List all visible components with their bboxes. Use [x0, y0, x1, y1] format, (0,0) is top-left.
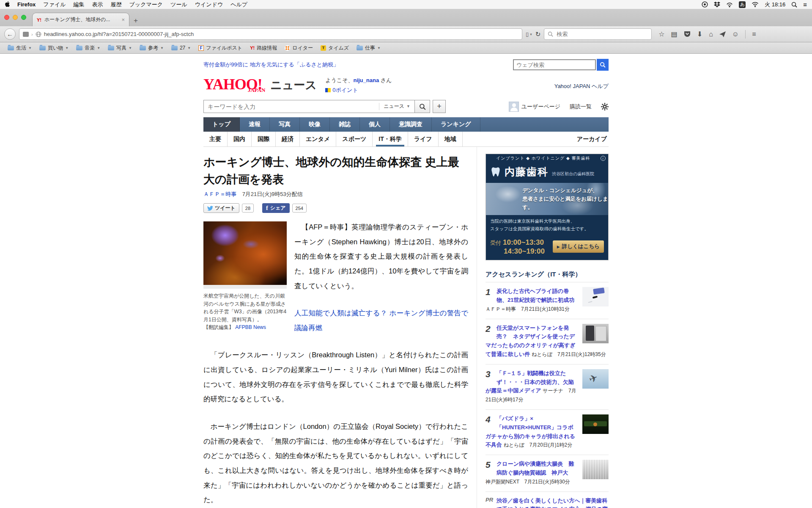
promo-banner-link[interactable]: 寄付金額が99倍に 地方を元気にする「ふるさと納税」 — [203, 61, 339, 69]
tweet-count[interactable]: 28 — [242, 204, 254, 213]
bookmark-folder-27[interactable]: 27▼ — [168, 42, 194, 53]
ranking-link[interactable]: クローン病や潰瘍性大腸炎 難病防ぐ腸内物質確認 神戸大 — [497, 461, 574, 476]
nav-tab-ranking[interactable]: ランキング — [432, 117, 480, 132]
bookmark-star-icon[interactable]: ☆ — [658, 31, 664, 38]
menubar-clock[interactable]: 火 18:16 — [765, 1, 785, 8]
nav-tab-poll[interactable]: 意識調査 — [390, 117, 432, 132]
subnav-domestic[interactable]: 国内 — [228, 132, 252, 146]
subnav-sports[interactable]: スポーツ — [336, 132, 373, 146]
bookmark-times[interactable]: Tタイムズ — [317, 42, 352, 53]
chevron-down-icon[interactable]: ▾ — [530, 32, 532, 36]
hamburger-menu-icon[interactable]: ≡ — [752, 31, 756, 38]
subnav-life[interactable]: ライフ — [408, 132, 439, 146]
ime-input-icon[interactable]: あ — [739, 1, 746, 8]
window-close-button[interactable] — [4, 15, 9, 20]
spotlight-icon[interactable] — [791, 2, 797, 8]
ranking-item-3[interactable]: 3 ✈ 「Ｆ−１５」戦闘機は役立たず！・・・日本の技術力、欠陥が露呈＝中国メディ… — [486, 364, 609, 409]
bookmark-folder-work[interactable]: 仕事▼ — [353, 42, 384, 53]
airdrop-icon[interactable] — [726, 2, 733, 8]
article-thumbnail[interactable] — [582, 414, 609, 434]
article-thumbnail[interactable] — [582, 460, 609, 479]
menubar-item-edit[interactable]: 編集 — [70, 1, 88, 8]
facebook-share-button[interactable]: f シェア — [262, 203, 290, 213]
menubar-item-history[interactable]: 履歴 — [107, 1, 126, 8]
bookmark-filepost[interactable]: Fファイルポスト — [195, 42, 246, 53]
subnav-world[interactable]: 国際 — [252, 132, 276, 146]
url-bar[interactable]: › headlines.yahoo.co.jp/hl?a=20150721-00… — [19, 28, 522, 40]
tab-close-icon[interactable]: × — [121, 17, 125, 23]
home-icon[interactable]: ⌂ — [709, 31, 713, 38]
menubar-item-firefox[interactable]: Firefox — [14, 1, 39, 8]
ad-details-button[interactable]: ▶ 詳しくはこちら — [553, 240, 604, 253]
ranking-item-2[interactable]: 2 任天堂がスマートフォンを発売？ ネタデザインを使ったデマだったもののクオリテ… — [486, 319, 609, 364]
ranking-item-1[interactable]: 1 炭化した古代ヘブライ語の巻物、21世紀技術で解読に初成功 ＡＦＰ＝時事 7月… — [486, 282, 609, 318]
bookmark-folder-shopping[interactable]: 買い物▼ — [36, 42, 72, 53]
points-status[interactable]: 0ポイント — [325, 86, 392, 94]
article-thumbnail[interactable]: ✈ — [582, 369, 609, 389]
bookmark-folder-reference[interactable]: 参考▼ — [136, 42, 167, 53]
afpbb-news-link[interactable]: AFPBB News — [235, 324, 266, 330]
web-search-input[interactable] — [513, 59, 596, 70]
reader-mode-button[interactable]: ▯▾ — [526, 31, 532, 37]
nav-tab-photo[interactable]: 写真 — [270, 117, 300, 132]
news-search-button[interactable] — [415, 100, 430, 113]
nebula-image[interactable] — [203, 221, 287, 285]
subnav-economy[interactable]: 経済 — [276, 132, 300, 146]
user-page-link[interactable]: ユーザーページ — [509, 102, 560, 112]
menubar-item-window[interactable]: ウインドウ — [191, 1, 227, 8]
bookmark-reuters[interactable]: ロイター — [281, 42, 316, 53]
nav-tab-magazine[interactable]: 雑誌 — [330, 117, 360, 132]
window-minimize-button[interactable] — [13, 15, 18, 20]
username-link[interactable]: niju_nana — [353, 77, 379, 83]
web-search-button[interactable] — [597, 59, 609, 71]
browser-search-input[interactable] — [556, 30, 648, 38]
bookmark-folder-photo[interactable]: 写真▼ — [104, 42, 135, 53]
downloads-icon[interactable]: ⬇ — [697, 31, 702, 38]
nav-tab-top[interactable]: トップ — [203, 117, 240, 132]
article-source-link[interactable]: ＡＦＰ＝時事 — [203, 191, 236, 197]
ranking-item-5[interactable]: 5 クローン病や潰瘍性大腸炎 難病防ぐ腸内物質確認 神戸大 神戸新聞NEXT 7… — [486, 455, 609, 491]
pr-ad-link[interactable]: 渋谷／歯を白く美しくしたい方へ｜審美歯科で手に入れる素敵なスマイル安心、満足の審… — [497, 497, 609, 508]
bookmark-folder-life[interactable]: 生活▼ — [4, 42, 35, 53]
menubar-item-help[interactable]: ヘルプ — [227, 1, 251, 8]
menubar-item-file[interactable]: ファイル — [39, 1, 69, 8]
nav-tab-video[interactable]: 映像 — [300, 117, 330, 132]
yahoo-news-logo[interactable]: YAHOO! JAPAN ニュース — [203, 77, 317, 94]
apple-icon[interactable] — [5, 1, 11, 8]
dropbox-icon[interactable] — [714, 2, 720, 8]
bookmark-transit[interactable]: Y!路線情報 — [247, 42, 280, 53]
ranking-item-4[interactable]: 4 「パズドラ」×「HUNTER×HUNTER」コラボガチャから別のキャラが排出… — [486, 409, 609, 455]
new-tab-button[interactable]: + — [129, 15, 142, 26]
menubar-item-tools[interactable]: ツール — [167, 1, 191, 8]
article-thumbnail[interactable] — [582, 324, 609, 343]
pocket-icon[interactable] — [684, 31, 691, 37]
add-search-tab-button[interactable]: + — [433, 100, 446, 113]
reload-button[interactable]: ↻ — [535, 30, 541, 38]
subscriptions-link[interactable]: 購読一覧 — [570, 103, 592, 110]
url-text[interactable]: headlines.yahoo.co.jp/hl?a=20150721-0000… — [44, 31, 194, 37]
help-link[interactable]: Yahoo! JAPAN ヘルプ — [554, 83, 609, 90]
browser-tab[interactable]: Y! ホーキング博士、地球外の... × — [32, 13, 129, 26]
share-count[interactable]: 254 — [292, 204, 307, 213]
news-search-input[interactable] — [204, 103, 379, 110]
news-search-box[interactable]: ニュース▼ — [203, 100, 415, 113]
dental-ad[interactable]: インプラント ◆ ホワイトニング ◆ 審美歯科 i 内藤歯科 渋谷区初台の歯科医… — [486, 154, 609, 260]
nav-tab-personal[interactable]: 個人 — [360, 117, 390, 132]
tweet-button[interactable]: ツイート — [203, 203, 239, 213]
subnav-local[interactable]: 地域 — [439, 132, 463, 146]
search-scope-select[interactable]: ニュース▼ — [379, 103, 414, 110]
window-zoom-button[interactable] — [21, 15, 26, 20]
menubar-item-view[interactable]: 表示 — [88, 1, 107, 8]
pr-ad-item[interactable]: PR 渋谷／歯を白く美しくしたい方へ｜審美歯科で手に入れる素敵なスマイル安心、満… — [486, 491, 609, 508]
article-thumbnail[interactable] — [582, 287, 609, 306]
subnav-it-science[interactable]: IT・科学 — [373, 132, 408, 146]
settings-gear-icon[interactable] — [601, 103, 609, 110]
subnav-major[interactable]: 主要 — [203, 132, 228, 146]
feedback-smiley-icon[interactable]: ☺ — [732, 31, 739, 38]
archive-link[interactable]: アーカイブ — [577, 135, 609, 143]
wifi-icon[interactable] — [752, 2, 759, 7]
bookmarks-menu-icon[interactable]: ▤ — [671, 31, 678, 38]
browser-search-box[interactable] — [544, 28, 652, 40]
creative-cloud-icon[interactable] — [702, 1, 708, 8]
menubar-item-bookmarks[interactable]: ブックマーク — [126, 1, 167, 8]
